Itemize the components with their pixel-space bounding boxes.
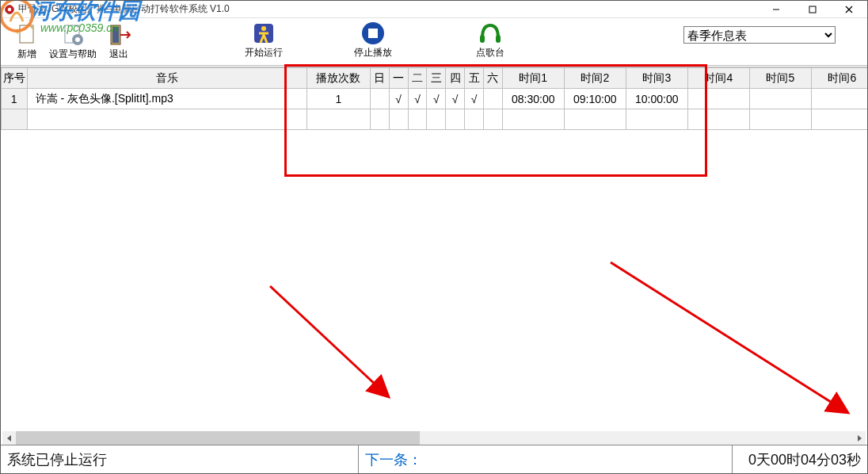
status-timer: 0天00时04分03秒	[733, 445, 867, 473]
svg-point-14	[261, 26, 266, 31]
svg-rect-12	[112, 27, 119, 43]
col-day-sun[interactable]: 日	[370, 68, 389, 89]
status-next: 下一条：	[359, 445, 733, 473]
col-music[interactable]: 音乐	[27, 68, 306, 89]
status-state: 系统已停止运行	[1, 445, 359, 473]
scroll-track[interactable]	[16, 431, 852, 445]
request-button[interactable]: 点歌台	[455, 18, 525, 63]
cell-day-mon[interactable]: √	[389, 89, 408, 109]
horizontal-scrollbar[interactable]	[2, 431, 866, 445]
minimize-button[interactable]	[758, 1, 794, 18]
cell-time2[interactable]: 09:10:00	[564, 89, 626, 109]
window-title: 甲骨文JGW校园广播--电脑自动打铃软件系统 V1.0	[18, 2, 230, 16]
cell-time4[interactable]	[687, 89, 749, 109]
col-day-wed[interactable]: 三	[427, 68, 446, 89]
cell-seq-empty[interactable]	[2, 109, 28, 130]
cell-time3[interactable]: 10:00:00	[626, 89, 687, 109]
cell-music[interactable]: 许嵩 - 灰色头像.[SplitIt].mp3	[27, 89, 306, 109]
schedule-grid[interactable]: 序号 音乐 播放次数 日 一 二 三 四 五 六 时间1 时间2 时间3 时间4…	[1, 67, 867, 130]
play-running-icon	[251, 20, 276, 47]
titlebar: 甲骨文JGW校园广播--电脑自动打铃软件系统 V1.0	[1, 1, 867, 18]
svg-rect-18	[496, 35, 501, 43]
statusbar: 系统已停止运行 下一条： 0天00时04分03秒	[1, 445, 867, 473]
request-label: 点歌台	[476, 47, 504, 58]
cell-playcount[interactable]: 1	[306, 89, 370, 109]
cell-time6[interactable]	[811, 89, 867, 109]
col-day-mon[interactable]: 一	[389, 68, 408, 89]
col-day-tue[interactable]: 二	[408, 68, 427, 89]
maximize-button[interactable]	[794, 1, 831, 18]
scroll-left-button[interactable]	[2, 431, 16, 445]
settings-button[interactable]: 设置与帮助	[50, 20, 96, 64]
door-arrow-icon	[106, 21, 131, 48]
stop-square-icon	[360, 20, 386, 47]
cell-day-tue[interactable]: √	[408, 89, 427, 109]
svg-rect-16	[368, 29, 378, 38]
page-gear-icon	[60, 21, 86, 48]
new-button[interactable]: 新增	[4, 20, 50, 64]
app-window: 甲骨文JGW校园广播--电脑自动打铃软件系统 V1.0 新增 设置与帮助	[0, 0, 868, 474]
cell-day-fri[interactable]: √	[465, 89, 484, 109]
svg-point-10	[75, 37, 80, 42]
close-button[interactable]	[831, 1, 867, 18]
svg-rect-3	[809, 6, 816, 13]
cell-seq[interactable]: 1	[2, 89, 28, 109]
col-time6[interactable]: 时间6	[811, 68, 867, 89]
col-day-thu[interactable]: 四	[446, 68, 465, 89]
col-time2[interactable]: 时间2	[564, 68, 626, 89]
svg-rect-17	[480, 35, 485, 43]
svg-marker-19	[7, 435, 11, 442]
col-day-fri[interactable]: 五	[465, 68, 484, 89]
schedule-select[interactable]: 春季作息表	[683, 26, 836, 44]
new-label: 新增	[17, 48, 36, 59]
settings-label: 设置与帮助	[49, 48, 97, 59]
app-icon	[4, 4, 15, 15]
svg-marker-20	[858, 435, 862, 442]
stop-label: 停止播放	[354, 47, 392, 58]
table-row-empty[interactable]	[2, 109, 868, 130]
cell-time1[interactable]: 08:30:00	[502, 89, 564, 109]
col-time1[interactable]: 时间1	[502, 68, 564, 89]
col-time4[interactable]: 时间4	[687, 68, 749, 89]
cell-day-wed[interactable]: √	[427, 89, 446, 109]
headphones-icon	[478, 20, 503, 47]
col-seq[interactable]: 序号	[2, 68, 28, 89]
scroll-thumb[interactable]	[16, 431, 420, 445]
svg-point-1	[8, 7, 11, 10]
start-label: 开始运行	[245, 47, 283, 58]
col-time3[interactable]: 时间3	[626, 68, 687, 89]
cell-day-sun[interactable]	[370, 89, 389, 109]
exit-label: 退出	[109, 48, 128, 59]
cell-day-thu[interactable]: √	[446, 89, 465, 109]
toolbar: 新增 设置与帮助 退出 开始运行	[1, 18, 867, 66]
table-row[interactable]: 1 许嵩 - 灰色头像.[SplitIt].mp3 1 √ √ √ √ √ 08…	[2, 89, 868, 109]
scroll-right-button[interactable]	[852, 431, 866, 445]
file-sparkle-icon	[14, 21, 40, 48]
grid-header-row: 序号 音乐 播放次数 日 一 二 三 四 五 六 时间1 时间2 时间3 时间4…	[2, 68, 868, 89]
col-playcount[interactable]: 播放次数	[306, 68, 370, 89]
exit-button[interactable]: 退出	[96, 20, 142, 64]
col-day-sat[interactable]: 六	[483, 68, 502, 89]
schedule-select-wrap: 春季作息表	[683, 26, 836, 44]
cell-time5[interactable]	[749, 89, 811, 109]
schedule-grid-wrap: 序号 音乐 播放次数 日 一 二 三 四 五 六 时间1 时间2 时间3 时间4…	[1, 67, 867, 445]
cell-day-sat[interactable]	[483, 89, 502, 109]
col-time5[interactable]: 时间5	[749, 68, 811, 89]
stop-button[interactable]: 停止播放	[338, 18, 408, 63]
start-button[interactable]: 开始运行	[229, 18, 299, 63]
